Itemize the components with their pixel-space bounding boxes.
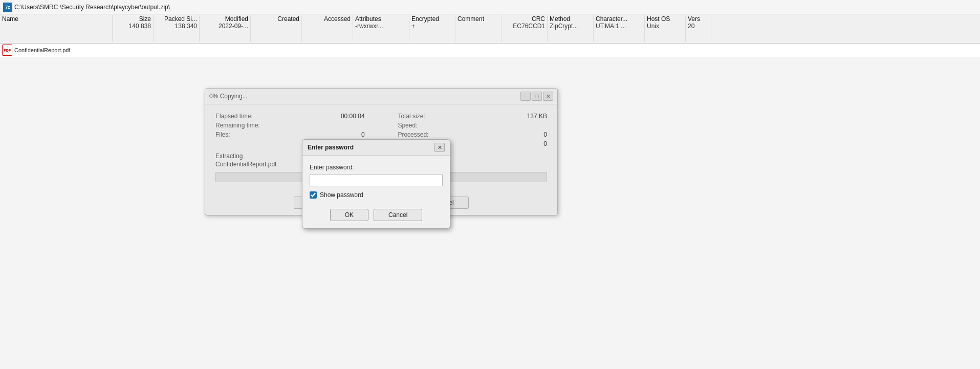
show-password-label: Show password — [320, 191, 363, 199]
col-method-header[interactable]: Method ZipCrypt... — [548, 15, 594, 42]
password-dialog: Enter password ✕ Enter password: Show pa… — [302, 139, 450, 229]
file-list-row[interactable]: PDF ConfidentialReport.pdf — [0, 44, 980, 57]
col-packed-header[interactable]: Packed Si... 138 340 — [154, 15, 200, 42]
show-password-checkbox[interactable] — [310, 191, 317, 199]
password-input[interactable] — [310, 174, 443, 186]
col-accessed-header[interactable]: Accessed — [302, 15, 353, 42]
col-created-header[interactable]: Created — [251, 15, 302, 42]
address-bar: 7z C:\Users\SMRC \Security Research\play… — [0, 0, 980, 14]
file-name: ConfidentialReport.pdf — [14, 47, 70, 53]
path-right: \Security Research\playcyber\output.zip\ — [60, 4, 170, 11]
col-attributes-header[interactable]: Attributes -rwxrwxr... — [353, 15, 409, 42]
password-dialog-titlebar: Enter password ✕ — [302, 140, 450, 156]
col-character-header[interactable]: Character... UT:MA:1 ... — [594, 15, 645, 42]
app-icon: 7z — [3, 3, 12, 12]
col-modified-header[interactable]: Modified 2022-09-... — [200, 15, 251, 42]
col-comment-header[interactable]: Comment — [455, 15, 502, 42]
overlay-dim — [0, 57, 980, 369]
col-encrypted-header[interactable]: Encrypted + — [409, 15, 455, 42]
col-hostos-header[interactable]: Host OS Unix — [645, 15, 686, 42]
password-dialog-title: Enter password — [308, 144, 354, 151]
password-dialog-footer: OK Cancel — [302, 205, 450, 228]
col-crc-header[interactable]: CRC EC76CCD1 — [502, 15, 548, 42]
col-name-header[interactable]: Name — [0, 15, 113, 42]
password-ok-button[interactable]: OK — [330, 209, 368, 221]
column-headers: Name Size 140 838 Packed Si... 138 340 M… — [0, 14, 980, 44]
show-password-row: Show password — [310, 191, 443, 199]
pdf-icon: PDF — [2, 45, 12, 56]
password-close-button[interactable]: ✕ — [434, 143, 445, 152]
path-left: C:\Users\SMRC — [14, 4, 58, 11]
password-field-label: Enter password: — [310, 164, 443, 171]
col-size-header[interactable]: Size 140 838 — [113, 15, 154, 42]
password-cancel-button[interactable]: Cancel — [374, 209, 422, 221]
main-area: 0% Copying... – □ ✕ Elapsed time: 00:00:… — [0, 57, 980, 369]
password-dialog-body: Enter password: Show password — [302, 156, 450, 205]
file-icon-cell: PDF ConfidentialReport.pdf — [0, 45, 113, 56]
col-vers-header[interactable]: Vers 20 — [686, 15, 711, 42]
